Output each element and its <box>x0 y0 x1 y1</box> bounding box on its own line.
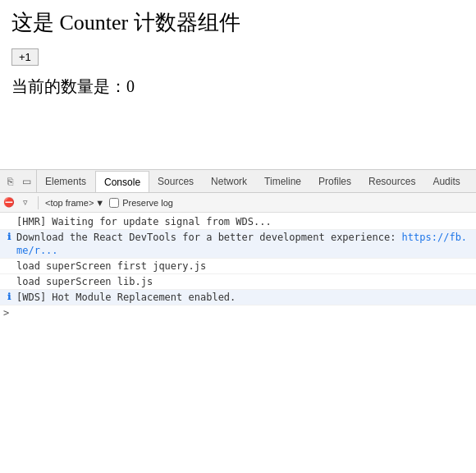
prompt-icon: > <box>3 307 9 319</box>
console-prompt[interactable]: > <box>0 305 476 320</box>
toolbar-separator <box>38 196 39 209</box>
counter-display: 当前的数量是：0 <box>11 76 465 98</box>
counter-label: 当前的数量是： <box>11 77 126 95</box>
console-icon-4: ℹ <box>3 291 15 304</box>
increment-button[interactable]: +1 <box>11 48 39 66</box>
devtools-tabs: Elements Console Sources Network Timelin… <box>37 170 476 192</box>
devtools-left-icons: ⎘ ▭ <box>0 170 37 192</box>
console-text-4: [WDS] Hot Module Replacement enabled. <box>16 291 473 304</box>
frame-dropdown-icon: ▼ <box>95 198 104 208</box>
console-secondary-toolbar: ⛔ ▿ <top frame> ▼ Preserve log <box>0 193 476 213</box>
device-icon[interactable]: ▭ <box>20 175 33 188</box>
inspect-icon[interactable]: ⎘ <box>3 175 16 188</box>
filter-icon[interactable]: ▿ <box>20 197 31 209</box>
devtools-toolbar: ⎘ ▭ Elements Console Sources Network Tim… <box>0 170 476 193</box>
console-icon-1: ℹ <box>3 231 15 244</box>
preserve-log-control[interactable]: Preserve log <box>109 198 173 208</box>
console-line-0: [HMR] Waiting for update signal from WDS… <box>0 214 476 230</box>
devtools-panel: ⎘ ▭ Elements Console Sources Network Tim… <box>0 169 476 473</box>
console-text-3: load superScreen lib.js <box>16 275 473 288</box>
tab-profiles[interactable]: Profiles <box>310 170 360 192</box>
console-text-2: load superScreen first jquery.js <box>16 259 473 273</box>
frame-label: <top frame> <box>45 198 94 208</box>
main-content: 这是 Counter 计数器组件 +1 当前的数量是：0 <box>0 0 476 113</box>
console-text-0: [HMR] Waiting for update signal from WDS… <box>16 215 473 228</box>
clear-console-icon[interactable]: ⛔ <box>3 197 15 209</box>
tab-sources[interactable]: Sources <box>149 170 203 192</box>
console-line-1: ℹ Download the React DevTools for a bett… <box>0 230 476 259</box>
console-line-2: load superScreen first jquery.js <box>0 259 476 274</box>
devtools-link[interactable]: https://fb.me/r... <box>16 232 467 256</box>
tab-resources[interactable]: Resources <box>360 170 424 192</box>
preserve-log-label: Preserve log <box>122 198 173 208</box>
console-text-1: Download the React DevTools for a better… <box>16 231 473 257</box>
frame-selector[interactable]: <top frame> ▼ <box>45 198 104 208</box>
tab-audits[interactable]: Audits <box>424 170 469 192</box>
counter-value: 0 <box>126 77 135 95</box>
console-line-4: ℹ [WDS] Hot Module Replacement enabled. <box>0 290 476 305</box>
tab-console[interactable]: Console <box>95 171 149 192</box>
tab-network[interactable]: Network <box>203 170 256 192</box>
preserve-log-checkbox[interactable] <box>109 198 119 208</box>
console-output: [HMR] Waiting for update signal from WDS… <box>0 213 476 473</box>
page-title: 这是 Counter 计数器组件 <box>11 8 465 37</box>
console-line-3: load superScreen lib.js <box>0 274 476 290</box>
tab-elements[interactable]: Elements <box>37 170 95 192</box>
tab-timeline[interactable]: Timeline <box>256 170 310 192</box>
